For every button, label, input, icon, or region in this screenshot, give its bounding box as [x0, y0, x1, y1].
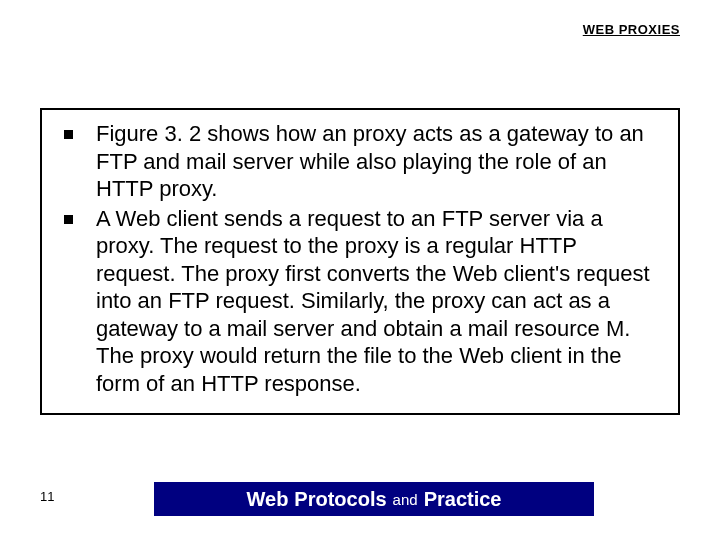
bullet-icon [64, 215, 73, 224]
page-number: 11 [40, 489, 54, 504]
bullet-list: Figure 3. 2 shows how an proxy acts as a… [60, 120, 660, 397]
list-item: A Web client sends a request to an FTP s… [60, 205, 660, 398]
bullet-text: A Web client sends a request to an FTP s… [96, 206, 650, 396]
content-box: Figure 3. 2 shows how an proxy acts as a… [40, 108, 680, 415]
bullet-icon [64, 130, 73, 139]
footer-word-web: Web [247, 488, 289, 511]
footer-word-and: and [393, 491, 418, 508]
page-header: WEB PROXIES [583, 22, 680, 37]
slide: WEB PROXIES Figure 3. 2 shows how an pro… [0, 0, 720, 540]
list-item: Figure 3. 2 shows how an proxy acts as a… [60, 120, 660, 203]
bullet-text: Figure 3. 2 shows how an proxy acts as a… [96, 121, 644, 201]
footer-word-protocols: Protocols [294, 488, 386, 511]
footer-word-practice: Practice [424, 488, 502, 511]
footer-title-bar: Web Protocols and Practice [154, 482, 594, 516]
